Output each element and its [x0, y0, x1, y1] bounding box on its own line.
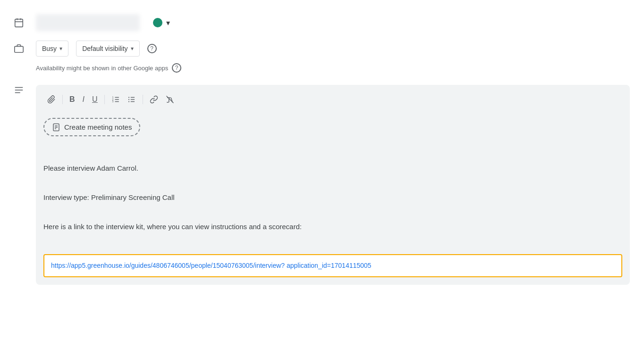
create-meeting-notes-button[interactable]: Create meeting notes — [43, 118, 140, 136]
page-container: ▾ Busy ▾ Default visibility ▾ ? Availabi… — [0, 0, 644, 364]
editor-container: B I U 1 2 3 — [36, 85, 630, 285]
svg-rect-4 — [15, 46, 23, 52]
svg-point-18 — [128, 97, 129, 98]
visibility-dropdown[interactable]: Default visibility ▾ — [76, 41, 139, 57]
editor-toolbar: B I U 1 2 3 — [43, 92, 622, 110]
busy-chevron-icon: ▾ — [59, 45, 62, 52]
svg-rect-0 — [15, 19, 23, 27]
description-icon — [9, 85, 28, 95]
clear-format-button[interactable] — [162, 92, 178, 107]
toolbar-divider-3 — [143, 95, 143, 104]
description-content: Please interview Adam Carrol. Interview … — [43, 151, 622, 248]
editor-row: B I U 1 2 3 — [0, 79, 644, 290]
status-chevron-icon: ▾ — [166, 18, 170, 27]
description-line2: Interview type: Preliminary Screening Ca… — [43, 192, 622, 203]
svg-text:3: 3 — [112, 100, 113, 103]
busy-label: Busy — [42, 45, 57, 52]
calendar-row: ▾ — [0, 9, 644, 36]
calendar-icon — [9, 17, 28, 28]
visibility-label: Default visibility — [82, 45, 127, 52]
date-time-bar — [36, 14, 140, 31]
attachment-button[interactable] — [43, 92, 59, 107]
toolbar-divider-2 — [104, 95, 105, 104]
visibility-help-icon[interactable]: ? — [147, 44, 157, 53]
create-meeting-notes-label: Create meeting notes — [64, 123, 132, 131]
briefcase-icon — [9, 43, 28, 54]
visibility-chevron-icon: ▾ — [131, 45, 134, 52]
interview-link-text: https://app5.greenhouse.io/guides/480674… — [51, 262, 371, 269]
availability-help-icon[interactable]: ? — [172, 63, 181, 73]
unordered-list-button[interactable] — [124, 92, 140, 107]
toolbar-divider-1 — [62, 95, 63, 104]
busy-dropdown[interactable]: Busy ▾ — [36, 41, 68, 57]
status-dot — [153, 18, 162, 27]
interview-link-box[interactable]: https://app5.greenhouse.io/guides/480674… — [43, 254, 622, 277]
availability-row: Availability might be shown in other Goo… — [0, 61, 644, 74]
status-dropdown[interactable]: ▾ — [147, 15, 176, 30]
italic-button[interactable]: I — [79, 92, 88, 107]
bold-button[interactable]: B — [66, 92, 79, 107]
description-line1: Please interview Adam Carrol. — [43, 163, 622, 174]
visibility-row: Busy ▾ Default visibility ▾ ? — [0, 36, 644, 61]
svg-point-19 — [128, 99, 129, 100]
underline-button[interactable]: U — [88, 92, 102, 107]
link-button[interactable] — [146, 92, 162, 107]
description-line3: Here is a link to the interview kit, whe… — [43, 221, 622, 232]
meeting-notes-doc-icon — [52, 123, 60, 132]
ordered-list-button[interactable]: 1 2 3 — [108, 92, 124, 107]
availability-text: Availability might be shown in other Goo… — [36, 65, 168, 72]
svg-point-20 — [128, 101, 129, 102]
